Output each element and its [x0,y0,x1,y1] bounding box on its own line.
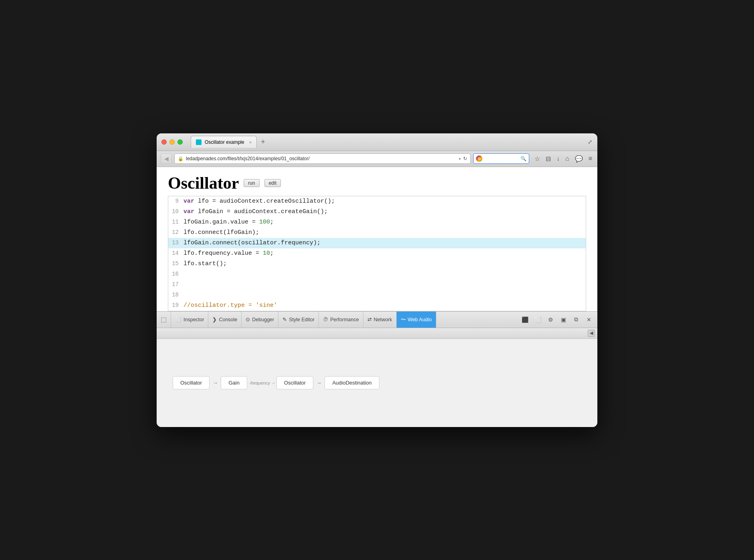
nav-actions: ☆ ⊟ ↓ ⌂ 💬 ≡ [533,154,593,163]
tab-close-icon[interactable]: × [249,140,252,145]
audio-node-dest[interactable]: AudioDestination [325,376,379,389]
google-icon: G [476,155,482,162]
code-token-num: 100 [259,219,270,226]
audio-connection-arrow: → [210,380,221,386]
share-icon[interactable]: ⊟ [544,154,552,163]
devtools-tab-console[interactable]: ❯Console [208,312,242,328]
refresh-icon[interactable]: ↻ [463,156,467,161]
line-code: var lfo = audioContext.createOscillator(… [183,197,586,206]
sidebar-toggle-button[interactable]: ◀ [588,330,595,337]
code-token-plain: lfoGain.connect(oscillator.frequency); [183,240,321,246]
settings-icon[interactable]: ⚙ [544,314,556,326]
devtools-spacer [436,312,519,328]
devtools-toolbar: ⬚ ⬜Inspector❯Console⊙Debugger✎Style Edit… [157,311,597,328]
code-line: 12lfo.connect(lfoGain); [168,228,586,238]
search-bar[interactable]: G 🔍 [473,153,529,164]
code-line: 14lfo.frequency.value = 10; [168,248,586,259]
minimize-button[interactable] [169,139,175,145]
audio-node-gain[interactable]: Gain [221,376,247,389]
devtools-tab-web-audio[interactable]: 〜Web Audio [397,312,436,328]
devtools-tab-style-editor[interactable]: ✎Style Editor [278,312,319,328]
code-line: 18 [168,290,586,300]
code-line: 15lfo.start(); [168,259,586,269]
audio-graph: Oscillator → Gain -frequency →Oscillator… [173,376,379,389]
security-icon: 🔒 [178,156,183,161]
line-number: 18 [168,290,183,299]
fullscreen-icon[interactable]: ⤢ [588,139,593,145]
style-editor-tab-label: Style Editor [289,317,315,322]
line-number: 19 [168,301,183,310]
back-icon: ◀ [164,155,169,162]
code-line: 19//oscillator.type = 'sine' [168,300,586,311]
network-tab-icon: ⇄ [367,316,372,322]
browser-tab[interactable]: Oscillator example × [191,136,257,148]
devtools-tab-inspector[interactable]: ⬜Inspector [171,312,208,328]
sidebar-collapse-icon: ◀ [590,330,593,336]
code-token-plain: ; [270,250,274,257]
home-icon[interactable]: ⌂ [564,154,571,163]
line-number: 15 [168,259,183,268]
detach-icon[interactable]: ⧉ [570,314,582,326]
audio-frequency-connection: -frequency → [247,381,276,385]
code-line: 16 [168,269,586,280]
performance-tab-label: Performance [330,317,359,322]
close-button[interactable] [161,139,167,145]
maximize-button[interactable] [177,139,183,145]
line-number: 11 [168,218,183,226]
inspector-tab-label: Inspector [183,317,204,322]
line-code: lfo.start(); [183,259,586,269]
devtools-sidebar-toggle-row: ◀ [157,328,597,339]
chat-icon[interactable]: 💬 [574,154,584,163]
audio-node-osc2[interactable]: Oscillator [276,376,313,389]
menu-icon[interactable]: ≡ [587,154,593,163]
devtools-tabs: ⬜Inspector❯Console⊙Debugger✎Style Editor… [171,312,436,328]
code-token-plain: lfoGain = audioContext.createGain(); [194,208,328,215]
search-icon[interactable]: 🔍 [520,156,526,161]
edit-button[interactable]: edit [264,179,281,187]
close-devtools-icon[interactable]: ✕ [583,314,595,326]
code-token-kw: var [183,198,194,205]
devtools-tab-debugger[interactable]: ⊙Debugger [242,312,278,328]
address-dropdown-icon[interactable]: ▾ [459,157,461,161]
web-audio-tab-icon: 〜 [401,316,406,323]
address-bar[interactable]: 🔒 ledadpenades.com/files/t/lxjs2014/exam… [174,153,471,164]
element-picker-button[interactable]: ⬚ [157,312,171,328]
line-code: //oscillator.type = 'sine' [183,301,586,310]
page-content: Oscillator run edit 9var lfo = audioCont… [157,167,597,311]
line-number: 17 [168,280,183,289]
devtools-right-buttons: ⬛⬜⚙▣⧉✕ [519,312,597,328]
console-tab-label: Console [219,317,237,322]
split-icon[interactable]: ▣ [557,314,569,326]
tab-label: Oscillator example [205,139,244,145]
browser-window: Oscillator example × + ⤢ ◀ 🔒 ledadpenade… [157,133,597,427]
download-icon[interactable]: ↓ [555,154,561,163]
audio-panel: Oscillator → Gain -frequency →Oscillator… [157,339,597,427]
code-token-plain: lfo = audioContext.createOscillator(); [194,198,335,205]
element-picker-icon: ⬚ [161,316,167,323]
run-button[interactable]: run [244,179,259,187]
url-text: ledadpenades.com/files/t/lxjs2014/exampl… [186,156,456,161]
audio-node-osc1[interactable]: Oscillator [173,376,210,389]
code-editor[interactable]: 9var lfo = audioContext.createOscillator… [168,196,586,311]
code-line: 9var lfo = audioContext.createOscillator… [168,196,586,207]
new-tab-button[interactable]: + [259,138,267,146]
bookmark-icon[interactable]: ☆ [533,154,541,163]
devtools-tab-network[interactable]: ⇄Network [363,312,397,328]
devtools-tab-performance[interactable]: ⏱Performance [319,312,363,328]
line-number: 14 [168,249,183,258]
code-line: 13lfoGain.connect(oscillator.frequency); [168,238,586,248]
code-line: 17 [168,280,586,290]
code-token-comment: //oscillator.type = 'sine' [183,302,277,309]
audio-connection-arrow: → [313,380,325,386]
debugger-tab-label: Debugger [252,317,274,322]
code-token-plain: ; [270,219,274,226]
code-line: 11lfoGain.gain.value = 100; [168,217,586,228]
line-number: 16 [168,270,183,278]
code-token-plain: lfo.connect(lfoGain); [183,229,259,236]
nav-bar: ◀ 🔒 ledadpenades.com/files/t/lxjs2014/ex… [157,151,597,167]
responsive-icon[interactable]: ⬜ [532,314,544,326]
screenshot-icon[interactable]: ⬛ [519,314,531,326]
back-button[interactable]: ◀ [161,153,172,164]
line-code: var lfoGain = audioContext.createGain(); [183,207,586,217]
console-tab-icon: ❯ [212,316,217,322]
